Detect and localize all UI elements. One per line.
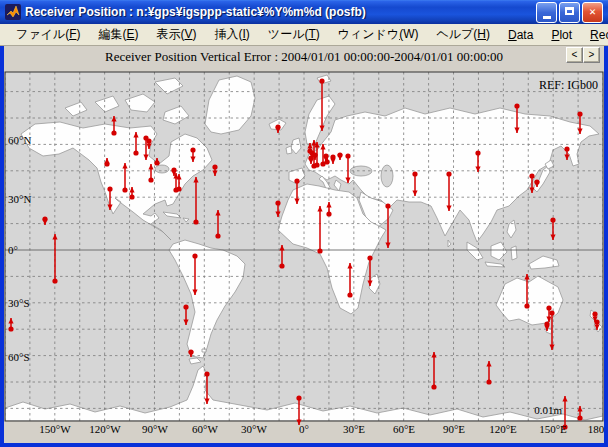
menu-item-9[interactable]: Receivers: [581, 26, 608, 44]
x-tick-label: 90°E: [443, 423, 465, 435]
figure-area: Receiver Position Vertical Error : 2004/…: [4, 46, 604, 443]
menu-item-1[interactable]: 編集(E): [89, 24, 147, 45]
menu-item-5[interactable]: ウィンドウ(W): [329, 24, 428, 45]
sulawesi: [511, 246, 517, 260]
x-tick-label: 150°W: [39, 423, 71, 435]
close-button[interactable]: ✕: [582, 2, 603, 23]
reference-frame-label: REF: IGb00: [539, 78, 598, 92]
window-title: Receiver Position : n:¥gps¥igsppp-static…: [25, 5, 536, 19]
x-tick-label: 60°E: [393, 423, 415, 435]
menu-item-6[interactable]: ヘルプ(H): [427, 24, 499, 45]
scale-legend-label: 0.01m: [534, 404, 562, 416]
minimize-button[interactable]: [536, 2, 557, 23]
x-tick-label: 30°E: [343, 423, 365, 435]
prev-epoch-button[interactable]: <: [566, 47, 583, 63]
plot-header-title: Receiver Position Vertical Error : 2004/…: [4, 49, 604, 65]
next-epoch-button[interactable]: >: [583, 47, 600, 63]
great-lakes: [155, 165, 169, 173]
caspian-sea: [381, 165, 393, 187]
matlab-icon: [5, 4, 21, 20]
y-tick-label: 0°: [8, 244, 18, 256]
menu-item-7[interactable]: Data: [499, 26, 542, 44]
x-tick-label: 120°E: [489, 423, 517, 435]
title-bar[interactable]: Receiver Position : n:¥gps¥igsppp-static…: [0, 0, 608, 24]
menu-item-4[interactable]: ツール(T): [259, 24, 329, 45]
x-tick-label: 60°W: [192, 423, 218, 435]
y-tick-label: 30°N: [8, 193, 31, 205]
x-tick-label: 120°W: [89, 423, 121, 435]
app-window: Receiver Position : n:¥gps¥igsppp-static…: [0, 0, 608, 447]
world-map-plot: REF: IGb00 0.01m 150°W120°W90°W60°W30°W0…: [4, 46, 604, 443]
menu-item-0[interactable]: ファイル(F): [7, 24, 89, 45]
menu-item-2[interactable]: 表示(V): [147, 24, 205, 45]
x-tick-label: 90°W: [142, 423, 168, 435]
y-tick-label: 60°S: [8, 351, 30, 363]
maximize-button[interactable]: [559, 2, 580, 23]
menu-bar: ファイル(F)編集(E)表示(V)挿入(I)ツール(T)ウィンドウ(W)ヘルプ(…: [0, 24, 608, 46]
y-tick-label: 60°N: [8, 134, 31, 146]
menu-item-3[interactable]: 挿入(I): [206, 24, 259, 45]
x-tick-label: 30°W: [241, 423, 267, 435]
x-tick-label: 150°E: [539, 423, 567, 435]
menu-item-8[interactable]: Plot: [542, 26, 581, 44]
x-tick-label: 0°: [299, 423, 309, 435]
x-tick-label: 180: [588, 423, 604, 435]
y-tick-label: 30°S: [8, 297, 30, 309]
